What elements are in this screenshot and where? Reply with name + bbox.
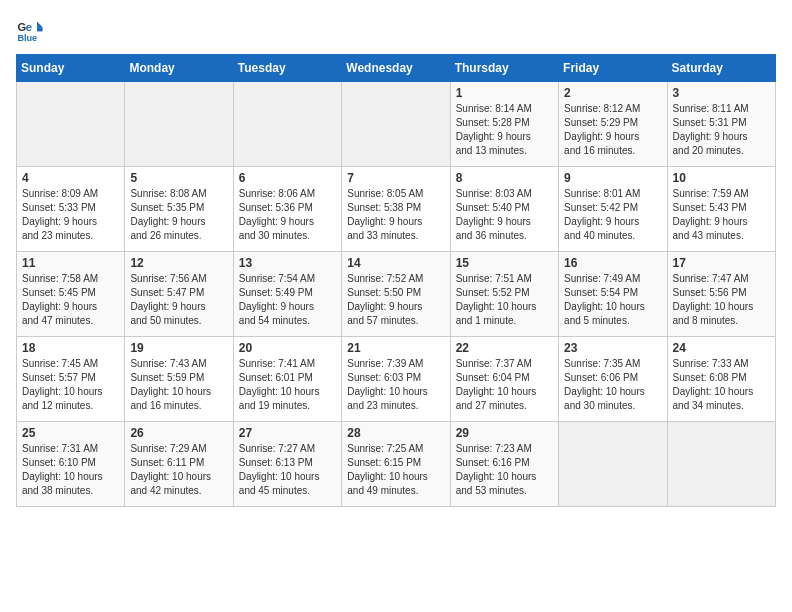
svg-marker-2 xyxy=(37,22,43,28)
day-info: Sunrise: 7:59 AM Sunset: 5:43 PM Dayligh… xyxy=(673,187,770,243)
calendar-cell: 16Sunrise: 7:49 AM Sunset: 5:54 PM Dayli… xyxy=(559,252,667,337)
day-number: 29 xyxy=(456,426,553,440)
calendar-cell: 20Sunrise: 7:41 AM Sunset: 6:01 PM Dayli… xyxy=(233,337,341,422)
calendar-cell xyxy=(342,82,450,167)
day-info: Sunrise: 7:27 AM Sunset: 6:13 PM Dayligh… xyxy=(239,442,336,498)
calendar-cell: 2Sunrise: 8:12 AM Sunset: 5:29 PM Daylig… xyxy=(559,82,667,167)
day-number: 15 xyxy=(456,256,553,270)
svg-rect-3 xyxy=(37,27,43,31)
calendar-cell: 24Sunrise: 7:33 AM Sunset: 6:08 PM Dayli… xyxy=(667,337,775,422)
calendar-cell: 27Sunrise: 7:27 AM Sunset: 6:13 PM Dayli… xyxy=(233,422,341,507)
day-info: Sunrise: 7:29 AM Sunset: 6:11 PM Dayligh… xyxy=(130,442,227,498)
calendar-cell: 29Sunrise: 7:23 AM Sunset: 6:16 PM Dayli… xyxy=(450,422,558,507)
calendar-cell: 14Sunrise: 7:52 AM Sunset: 5:50 PM Dayli… xyxy=(342,252,450,337)
calendar-cell: 3Sunrise: 8:11 AM Sunset: 5:31 PM Daylig… xyxy=(667,82,775,167)
day-number: 18 xyxy=(22,341,119,355)
svg-text:e: e xyxy=(26,21,32,33)
day-number: 25 xyxy=(22,426,119,440)
day-number: 12 xyxy=(130,256,227,270)
day-number: 10 xyxy=(673,171,770,185)
calendar-week-5: 25Sunrise: 7:31 AM Sunset: 6:10 PM Dayli… xyxy=(17,422,776,507)
calendar-cell: 1Sunrise: 8:14 AM Sunset: 5:28 PM Daylig… xyxy=(450,82,558,167)
day-number: 5 xyxy=(130,171,227,185)
calendar-cell: 26Sunrise: 7:29 AM Sunset: 6:11 PM Dayli… xyxy=(125,422,233,507)
calendar-cell: 4Sunrise: 8:09 AM Sunset: 5:33 PM Daylig… xyxy=(17,167,125,252)
calendar-cell: 13Sunrise: 7:54 AM Sunset: 5:49 PM Dayli… xyxy=(233,252,341,337)
day-info: Sunrise: 7:58 AM Sunset: 5:45 PM Dayligh… xyxy=(22,272,119,328)
day-number: 20 xyxy=(239,341,336,355)
calendar-week-2: 4Sunrise: 8:09 AM Sunset: 5:33 PM Daylig… xyxy=(17,167,776,252)
calendar-cell: 11Sunrise: 7:58 AM Sunset: 5:45 PM Dayli… xyxy=(17,252,125,337)
day-number: 14 xyxy=(347,256,444,270)
day-info: Sunrise: 7:52 AM Sunset: 5:50 PM Dayligh… xyxy=(347,272,444,328)
day-info: Sunrise: 7:51 AM Sunset: 5:52 PM Dayligh… xyxy=(456,272,553,328)
day-number: 8 xyxy=(456,171,553,185)
day-number: 17 xyxy=(673,256,770,270)
calendar-week-3: 11Sunrise: 7:58 AM Sunset: 5:45 PM Dayli… xyxy=(17,252,776,337)
day-info: Sunrise: 8:06 AM Sunset: 5:36 PM Dayligh… xyxy=(239,187,336,243)
day-info: Sunrise: 7:35 AM Sunset: 6:06 PM Dayligh… xyxy=(564,357,661,413)
calendar-cell: 5Sunrise: 8:08 AM Sunset: 5:35 PM Daylig… xyxy=(125,167,233,252)
calendar-cell: 12Sunrise: 7:56 AM Sunset: 5:47 PM Dayli… xyxy=(125,252,233,337)
calendar-cell: 8Sunrise: 8:03 AM Sunset: 5:40 PM Daylig… xyxy=(450,167,558,252)
day-number: 9 xyxy=(564,171,661,185)
calendar-cell: 28Sunrise: 7:25 AM Sunset: 6:15 PM Dayli… xyxy=(342,422,450,507)
day-info: Sunrise: 8:14 AM Sunset: 5:28 PM Dayligh… xyxy=(456,102,553,158)
calendar-cell xyxy=(233,82,341,167)
calendar-cell: 22Sunrise: 7:37 AM Sunset: 6:04 PM Dayli… xyxy=(450,337,558,422)
day-number: 19 xyxy=(130,341,227,355)
day-info: Sunrise: 7:25 AM Sunset: 6:15 PM Dayligh… xyxy=(347,442,444,498)
calendar-week-1: 1Sunrise: 8:14 AM Sunset: 5:28 PM Daylig… xyxy=(17,82,776,167)
day-info: Sunrise: 7:56 AM Sunset: 5:47 PM Dayligh… xyxy=(130,272,227,328)
calendar-cell: 23Sunrise: 7:35 AM Sunset: 6:06 PM Dayli… xyxy=(559,337,667,422)
day-info: Sunrise: 7:49 AM Sunset: 5:54 PM Dayligh… xyxy=(564,272,661,328)
day-number: 21 xyxy=(347,341,444,355)
calendar-cell: 15Sunrise: 7:51 AM Sunset: 5:52 PM Dayli… xyxy=(450,252,558,337)
header: G e Blue xyxy=(16,16,776,44)
calendar-cell: 19Sunrise: 7:43 AM Sunset: 5:59 PM Dayli… xyxy=(125,337,233,422)
day-info: Sunrise: 7:45 AM Sunset: 5:57 PM Dayligh… xyxy=(22,357,119,413)
day-header-tuesday: Tuesday xyxy=(233,55,341,82)
calendar-body: 1Sunrise: 8:14 AM Sunset: 5:28 PM Daylig… xyxy=(17,82,776,507)
calendar-cell: 6Sunrise: 8:06 AM Sunset: 5:36 PM Daylig… xyxy=(233,167,341,252)
day-info: Sunrise: 8:03 AM Sunset: 5:40 PM Dayligh… xyxy=(456,187,553,243)
day-header-saturday: Saturday xyxy=(667,55,775,82)
day-info: Sunrise: 7:31 AM Sunset: 6:10 PM Dayligh… xyxy=(22,442,119,498)
day-info: Sunrise: 7:47 AM Sunset: 5:56 PM Dayligh… xyxy=(673,272,770,328)
day-header-wednesday: Wednesday xyxy=(342,55,450,82)
day-number: 26 xyxy=(130,426,227,440)
calendar-cell: 9Sunrise: 8:01 AM Sunset: 5:42 PM Daylig… xyxy=(559,167,667,252)
day-number: 27 xyxy=(239,426,336,440)
day-info: Sunrise: 7:39 AM Sunset: 6:03 PM Dayligh… xyxy=(347,357,444,413)
calendar-table: SundayMondayTuesdayWednesdayThursdayFrid… xyxy=(16,54,776,507)
day-number: 7 xyxy=(347,171,444,185)
day-header-sunday: Sunday xyxy=(17,55,125,82)
day-number: 6 xyxy=(239,171,336,185)
svg-text:Blue: Blue xyxy=(17,33,37,43)
calendar-cell: 10Sunrise: 7:59 AM Sunset: 5:43 PM Dayli… xyxy=(667,167,775,252)
day-header-monday: Monday xyxy=(125,55,233,82)
day-info: Sunrise: 7:54 AM Sunset: 5:49 PM Dayligh… xyxy=(239,272,336,328)
day-info: Sunrise: 7:43 AM Sunset: 5:59 PM Dayligh… xyxy=(130,357,227,413)
calendar-cell xyxy=(559,422,667,507)
logo: G e Blue xyxy=(16,16,48,44)
day-info: Sunrise: 8:11 AM Sunset: 5:31 PM Dayligh… xyxy=(673,102,770,158)
day-info: Sunrise: 7:37 AM Sunset: 6:04 PM Dayligh… xyxy=(456,357,553,413)
day-info: Sunrise: 8:09 AM Sunset: 5:33 PM Dayligh… xyxy=(22,187,119,243)
day-info: Sunrise: 8:05 AM Sunset: 5:38 PM Dayligh… xyxy=(347,187,444,243)
day-info: Sunrise: 8:01 AM Sunset: 5:42 PM Dayligh… xyxy=(564,187,661,243)
calendar-cell: 18Sunrise: 7:45 AM Sunset: 5:57 PM Dayli… xyxy=(17,337,125,422)
day-number: 11 xyxy=(22,256,119,270)
day-info: Sunrise: 7:41 AM Sunset: 6:01 PM Dayligh… xyxy=(239,357,336,413)
day-info: Sunrise: 7:33 AM Sunset: 6:08 PM Dayligh… xyxy=(673,357,770,413)
day-number: 1 xyxy=(456,86,553,100)
calendar-header-row: SundayMondayTuesdayWednesdayThursdayFrid… xyxy=(17,55,776,82)
day-number: 24 xyxy=(673,341,770,355)
logo-icon: G e Blue xyxy=(16,16,44,44)
calendar-week-4: 18Sunrise: 7:45 AM Sunset: 5:57 PM Dayli… xyxy=(17,337,776,422)
day-number: 16 xyxy=(564,256,661,270)
day-number: 22 xyxy=(456,341,553,355)
day-number: 13 xyxy=(239,256,336,270)
calendar-cell xyxy=(17,82,125,167)
day-number: 28 xyxy=(347,426,444,440)
